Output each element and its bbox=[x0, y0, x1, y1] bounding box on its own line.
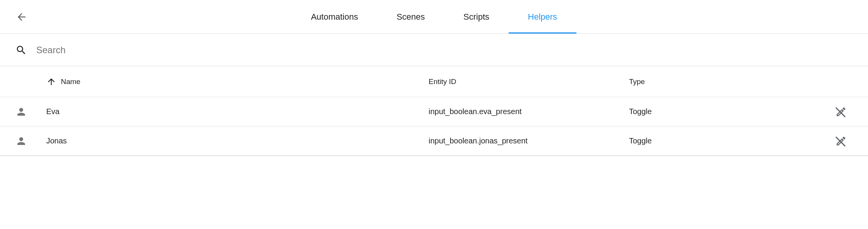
row-name-cell: Eva bbox=[46, 107, 429, 116]
row-entity-id-cell: input_boolean.eva_present bbox=[429, 107, 629, 116]
column-header-entity-id[interactable]: Entity ID bbox=[429, 77, 629, 86]
tabs-container: Automations Scenes Scripts Helpers bbox=[292, 0, 577, 34]
table-body: Eva input_boolean.eva_present Toggle Jon… bbox=[0, 97, 868, 156]
column-header-type[interactable]: Type bbox=[629, 77, 829, 86]
header-bar: Automations Scenes Scripts Helpers bbox=[0, 0, 868, 34]
edit-off-icon[interactable] bbox=[835, 106, 847, 118]
edit-off-icon[interactable] bbox=[835, 135, 847, 147]
table-header: Name Entity ID Type bbox=[0, 66, 868, 97]
search-bar bbox=[0, 34, 868, 66]
person-icon bbox=[15, 135, 46, 147]
column-name-label: Name bbox=[61, 77, 81, 86]
row-type-cell: Toggle bbox=[629, 107, 829, 116]
person-icon bbox=[15, 106, 46, 118]
row-type-cell: Toggle bbox=[629, 136, 829, 145]
row-icon-cell bbox=[15, 135, 46, 147]
row-name-cell: Jonas bbox=[46, 136, 429, 145]
column-type-label: Type bbox=[629, 77, 645, 86]
table-row[interactable]: Eva input_boolean.eva_present Toggle bbox=[0, 97, 868, 126]
row-action-cell bbox=[829, 106, 853, 118]
arrow-back-icon bbox=[16, 11, 27, 23]
search-input[interactable] bbox=[36, 45, 853, 56]
column-entity-id-label: Entity ID bbox=[429, 77, 456, 86]
search-icon bbox=[15, 44, 27, 56]
column-header-name[interactable]: Name bbox=[46, 77, 429, 87]
tab-automations[interactable]: Automations bbox=[292, 0, 377, 34]
table-row[interactable]: Jonas input_boolean.jonas_present Toggle bbox=[0, 126, 868, 156]
back-button[interactable] bbox=[12, 8, 31, 26]
row-action-cell bbox=[829, 135, 853, 147]
arrow-up-icon bbox=[46, 77, 56, 87]
row-entity-id-cell: input_boolean.jonas_present bbox=[429, 136, 629, 145]
tab-scripts[interactable]: Scripts bbox=[444, 0, 508, 34]
row-icon-cell bbox=[15, 106, 46, 118]
tab-scenes[interactable]: Scenes bbox=[377, 0, 444, 34]
tab-helpers[interactable]: Helpers bbox=[509, 0, 577, 34]
